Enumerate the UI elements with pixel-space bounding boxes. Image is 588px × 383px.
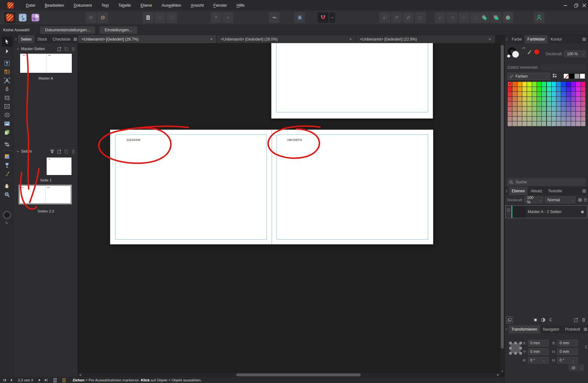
palette-cell[interactable] [512,111,517,116]
palette-cell[interactable] [537,92,541,96]
palette-cell[interactable] [532,82,537,87]
duplicate-layers-icon[interactable] [507,317,513,323]
palette-cell[interactable] [581,82,585,87]
palette-cell[interactable] [517,121,522,126]
page-view-button[interactable] [143,12,154,23]
palette-cell[interactable] [547,107,551,111]
document-tab-1[interactable]: <Unbenannt> [Geändert] (28.7%)× [78,35,216,43]
delete-master-icon[interactable] [71,47,76,51]
picture-ellipse-tool[interactable] [2,111,12,119]
flip-horizontal-button[interactable] [435,12,446,23]
palette-cell[interactable] [532,87,537,92]
palette-cell[interactable] [517,92,522,96]
palette-cell[interactable] [556,117,561,121]
tab-absatz[interactable]: Absatz [528,187,545,195]
palette-cell[interactable] [547,102,551,106]
palette-cell[interactable] [542,117,546,121]
settings-gear-button[interactable] [97,12,108,23]
document-tab-3[interactable]: <Unbenannt> [Geändert] (22.9%)× [356,35,495,43]
transform-field-y[interactable]: 0 mm [528,349,548,355]
palette-cell[interactable] [581,92,585,96]
new-layer-icon[interactable] [574,318,578,322]
scroll-right-arrow-icon[interactable]: ▶ [496,373,500,376]
palette-cell[interactable] [508,117,512,121]
panel-menu-icon[interactable] [583,325,588,333]
menu-ansicht[interactable]: Ansicht [186,1,209,10]
swatch-none[interactable] [563,73,569,79]
tab-seiten[interactable]: Seiten [18,35,34,43]
pages-2-3-spread-canvas[interactable]: 12234435 ABCDEFG [110,130,433,244]
rotate-ccw-button[interactable] [458,12,469,23]
menu-fenster[interactable]: Fenster [209,1,232,10]
scroll-down-arrow-icon[interactable]: ▼ [500,370,504,373]
close-tab-icon[interactable]: × [349,37,352,42]
palette-cell[interactable] [571,117,576,121]
menu-dokument[interactable]: Dokument [69,1,97,10]
palette-cell[interactable] [547,121,551,126]
swatch-opacity-dropdown[interactable]: 100 %⌄ [564,50,586,57]
picked-color-swatch[interactable] [534,49,539,55]
flip-vertical-button[interactable] [447,12,457,23]
palette-cell[interactable] [556,102,561,106]
pages-section-header[interactable]: Seiten [14,148,78,155]
palette-cell[interactable] [522,111,527,116]
add-page-icon[interactable] [57,149,62,154]
palette-cell[interactable] [542,97,546,102]
fx-icon[interactable]: fx [548,318,553,322]
palette-cell[interactable] [508,102,512,106]
minimize-button[interactable] [560,0,571,11]
palette-cell[interactable] [522,92,527,96]
palette-cell[interactable] [552,92,556,96]
transform-field-b[interactable]: 0 mm [557,340,578,346]
boolean-add-button[interactable] [479,12,490,23]
settings-button[interactable]: Einstellungen... [100,26,137,34]
move-backward-button[interactable] [391,12,402,23]
horizontal-scrollbar-thumb[interactable] [236,373,361,376]
palette-cell[interactable] [576,82,580,87]
palette-cell[interactable] [517,117,522,121]
palette-cell[interactable] [571,82,576,87]
master-a-thumbnail[interactable] [20,53,72,73]
palette-cell[interactable] [556,82,561,87]
alignment-button[interactable] [415,12,426,23]
palette-cell[interactable] [566,97,571,102]
eyedropper-icon[interactable] [527,49,532,54]
page-1-thumbnail[interactable] [46,157,72,175]
palette-cell[interactable] [561,121,566,126]
palette-cell[interactable] [566,87,571,92]
palette-cell[interactable] [517,102,522,106]
palette-cell[interactable] [542,111,546,116]
page-1-canvas[interactable] [271,43,433,119]
palette-cell[interactable] [512,87,517,92]
palette-cell[interactable] [547,97,551,102]
palette-cell[interactable] [576,92,580,96]
palette-cell[interactable] [547,111,551,116]
palette-cell[interactable] [566,117,571,121]
palette-cell[interactable] [522,117,527,121]
vertical-scrollbar[interactable]: ▼ [500,43,504,373]
palette-cell[interactable] [566,102,571,106]
palette-cell[interactable] [581,107,585,111]
tab-transformieren[interactable]: Transformieren [509,325,540,333]
palette-cell[interactable] [576,111,580,116]
palette-cell[interactable] [527,92,531,96]
menu-ebene[interactable]: Ebene [136,1,157,10]
palette-cell[interactable] [547,82,551,87]
palette-cell[interactable] [508,111,512,116]
palette-cell[interactable] [527,102,531,106]
last-page-button[interactable] [43,378,49,382]
palette-cell[interactable] [576,87,580,92]
palette-cell[interactable] [581,121,585,126]
link-dimensions-icon[interactable] [585,344,588,349]
first-page-button[interactable] [2,378,8,382]
palette-cell[interactable] [527,117,531,121]
menu-auswhlen[interactable]: Auswählen [157,1,186,10]
panel-menu-icon[interactable] [580,187,588,195]
palette-cell[interactable] [547,87,551,92]
palette-cell[interactable] [576,117,580,121]
tab-farbfelder[interactable]: Farbfelder [524,35,548,43]
palette-cell[interactable] [566,92,571,96]
layer-settings-gear-icon[interactable] [577,197,583,203]
palette-cell[interactable] [552,87,556,92]
palette-cell[interactable] [527,121,531,126]
